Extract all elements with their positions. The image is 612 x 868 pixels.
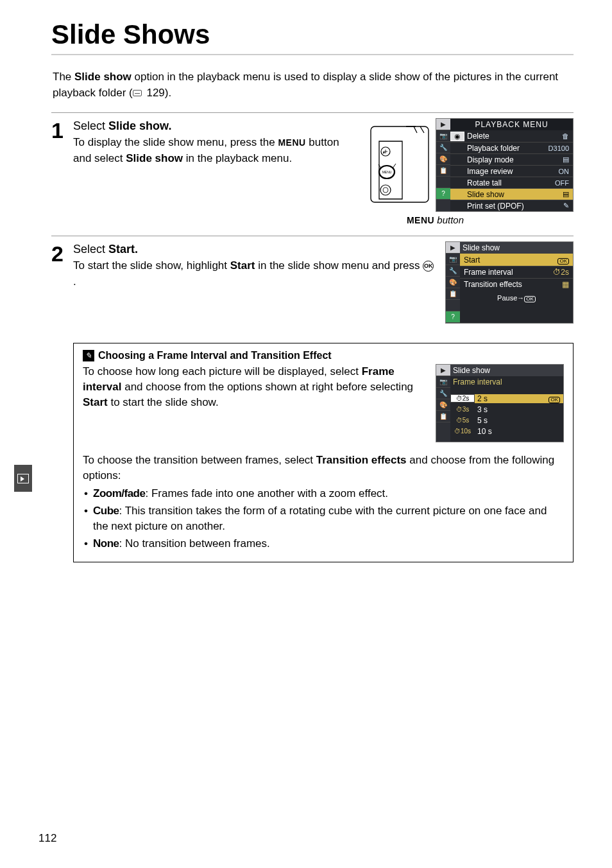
step-2-body-pre: To start the slide show, highlight xyxy=(73,259,230,272)
note-title: Choosing a Frame Interval and Transition… xyxy=(98,350,332,361)
note-p1-bold2: Start xyxy=(83,396,108,408)
lcd2-tab-setup: 🔧 xyxy=(446,265,460,277)
intro-paragraph: The Slide show option in the playback me… xyxy=(51,69,574,101)
ok-button-glyph: OK xyxy=(423,261,434,272)
note-paragraph-1: To choose how long each picture will be … xyxy=(83,364,425,410)
step-2-body: To start the slide show, highlight Start… xyxy=(73,258,435,290)
lcd1-item: Rotate tallOFF xyxy=(450,177,573,188)
step-1-body-pre: To display the slide show menu, press th… xyxy=(73,136,278,148)
lcd-tab-spacer xyxy=(436,177,450,188)
intro-pre: The xyxy=(53,71,74,83)
step-1-heading: Select Slide show. xyxy=(73,118,357,134)
lcd2-pause-ok: OK xyxy=(524,296,536,302)
lcd1-title: PLAYBACK MENU xyxy=(450,119,573,130)
step-2-heading: Select Start. xyxy=(73,241,435,257)
page-number: 112 xyxy=(38,832,56,845)
slideshow-menu-lcd: ▶ 📷 🔧 🎨 📋 ? Slide show xyxy=(445,241,574,324)
page-ref-icon xyxy=(133,90,142,96)
menu-button-caption: MENU button xyxy=(297,214,574,225)
lcd3-item: ⏱2s2 sOK xyxy=(450,393,563,404)
note-bullet: Zoom/fade: Frames fade into one another … xyxy=(84,486,564,502)
lcd3-tab-shooting: 📷 xyxy=(436,376,450,388)
lcd1-item: ◉Delete🗑 xyxy=(450,130,573,142)
playback-menu-lcd: ▶ 📷 🔧 🎨 📋 ? PLAYBACK MENU xyxy=(436,118,574,212)
lcd3-tab-recent: 📋 xyxy=(436,411,450,422)
lcd3-sub: Frame interval xyxy=(450,378,563,386)
lcd-tab-recent: 📋 xyxy=(436,165,450,177)
lcd2-tab-playback: ▶ xyxy=(446,242,460,254)
step-2-head-bold: Start. xyxy=(108,243,138,256)
menu-button-glyph: MENU xyxy=(278,137,305,148)
step-1-body-bold: Slide show xyxy=(126,152,183,164)
lcd3-item: ⏱5s5 s xyxy=(450,415,563,426)
step-1-head-bold: Slide show. xyxy=(108,119,171,132)
separator-2 xyxy=(51,236,574,236)
note-bullets: Zoom/fade: Frames fade into one another … xyxy=(83,486,564,552)
lcd1-item: Display mode▤ xyxy=(450,153,573,165)
lcd3-item: ⏱10s10 s xyxy=(450,426,563,437)
svg-text:▶: ▶ xyxy=(383,150,386,154)
lcd3-tab-retouch: 🎨 xyxy=(436,399,450,411)
camera-illustration: ▶ MENU xyxy=(368,123,432,207)
lcd2-tab-help: ? xyxy=(446,311,460,323)
lcd2-title: Slide show xyxy=(460,243,573,252)
lcd2-tab-retouch: 🎨 xyxy=(446,277,460,288)
note-p1-mid: and choose from the options shown at rig… xyxy=(121,381,413,393)
lcd1-item: Print set (DPOF)✎ xyxy=(450,200,573,211)
lcd2-item: StartOK xyxy=(460,254,573,266)
lcd2-tab-shooting: 📷 xyxy=(446,254,460,265)
note-p2-pre: To choose the transition between frames,… xyxy=(83,454,316,466)
step-2: 2 Select Start. To start the slide show,… xyxy=(51,241,574,562)
intro-ref: 129). xyxy=(144,87,171,99)
step-1-body: To display the slide show menu, press th… xyxy=(73,135,357,166)
step-1-body-post: in the playback menu. xyxy=(183,152,292,164)
note-bullet: Cube: This transition takes the form of … xyxy=(84,503,564,535)
step-2-number: 2 xyxy=(51,243,73,265)
note-p1-pre: To choose how long each picture will be … xyxy=(83,365,362,378)
lcd3-tab-setup: 🔧 xyxy=(436,388,450,399)
lcd-tab-shooting: 📷 xyxy=(436,130,450,142)
lcd3-title: Slide show xyxy=(450,366,563,375)
step-1-number: 1 xyxy=(51,119,73,141)
step-2-body-mid: in the slide show menu and press xyxy=(255,259,423,272)
lcd2-pause-text: Pause→ xyxy=(497,294,524,302)
lcd3-tab-playback: ▶ xyxy=(436,365,450,376)
lcd-tab-retouch: 🎨 xyxy=(436,153,450,165)
note-box: ✎ Choosing a Frame Interval and Transiti… xyxy=(73,343,574,562)
step-1: 1 Select Slide show. To display the slid… xyxy=(51,118,574,225)
step-2-body-post: . xyxy=(73,275,76,288)
svg-text:MENU: MENU xyxy=(382,170,392,174)
lcd-tab-playback: ▶ xyxy=(436,119,450,130)
lcd1-item: Playback folderD3100 xyxy=(450,142,573,153)
note-bullet: None: No transition between frames. xyxy=(84,536,564,552)
lcd-tab-help: ? xyxy=(436,188,450,200)
lcd-tab-setup: 🔧 xyxy=(436,142,450,153)
note-badge-icon: ✎ xyxy=(83,350,94,361)
step-2-head-pre: Select xyxy=(73,243,108,256)
note-p2-bold: Transition effects xyxy=(316,454,407,466)
section-tab-icon xyxy=(14,465,32,492)
lcd2-pause-hint: Pause→OK xyxy=(460,290,573,305)
page-title: Slide Shows xyxy=(51,19,574,55)
caption-ital: button xyxy=(434,214,464,225)
lcd1-item: Slide show▤ xyxy=(450,188,573,200)
separator xyxy=(51,112,574,113)
step-1-head-pre: Select xyxy=(73,119,108,132)
lcd2-tab-recent: 📋 xyxy=(446,288,460,300)
lcd1-item: Image reviewON xyxy=(450,165,573,177)
note-paragraph-2: To choose the transition between frames,… xyxy=(83,453,564,483)
intro-bold: Slide show xyxy=(74,71,132,83)
lcd2-tab-spacer xyxy=(446,300,460,311)
lcd3-item: ⏱3s3 s xyxy=(450,404,563,415)
lcd2-item: Frame interval⏱2s xyxy=(460,266,573,278)
caption-menu: MENU xyxy=(407,215,434,225)
frame-interval-lcd: ▶ 📷 🔧 🎨 📋 Slide show xyxy=(436,364,564,442)
lcd2-item: Transition effects▦ xyxy=(460,278,573,290)
step-2-body-bold: Start xyxy=(230,259,255,272)
note-p1-post: to start the slide show. xyxy=(108,396,219,408)
